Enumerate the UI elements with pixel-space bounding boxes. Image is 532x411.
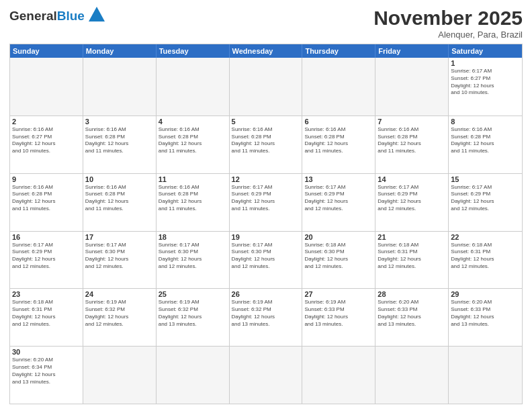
header-day-monday: Monday: [83, 44, 157, 58]
calendar-row-0: 1Sunrise: 6:17 AMSunset: 6:27 PMDaylight…: [10, 58, 522, 116]
logo-content: GeneralBlue: [9, 7, 107, 26]
calendar-cell: [449, 347, 522, 404]
header-day-tuesday: Tuesday: [157, 44, 230, 58]
title-section: November 2025 Alenquer, Para, Brazil: [373, 7, 523, 40]
day-info: Sunrise: 6:18 AMSunset: 6:31 PMDaylight:…: [12, 299, 81, 328]
calendar-cell: 26Sunrise: 6:19 AMSunset: 6:32 PMDayligh…: [230, 289, 303, 346]
day-info: Sunrise: 6:17 AMSunset: 6:27 PMDaylight:…: [451, 68, 520, 97]
calendar-cell: 29Sunrise: 6:20 AMSunset: 6:33 PMDayligh…: [449, 289, 522, 346]
logo: GeneralBlue: [9, 7, 107, 26]
calendar-cell: 17Sunrise: 6:17 AMSunset: 6:30 PMDayligh…: [83, 232, 157, 289]
day-number: 24: [85, 290, 154, 298]
calendar-cell: 28Sunrise: 6:20 AMSunset: 6:33 PMDayligh…: [375, 289, 449, 346]
calendar-cell: 19Sunrise: 6:17 AMSunset: 6:30 PMDayligh…: [230, 232, 303, 289]
calendar-header: SundayMondayTuesdayWednesdayThursdayFrid…: [10, 44, 522, 58]
calendar-cell: 18Sunrise: 6:17 AMSunset: 6:30 PMDayligh…: [157, 232, 230, 289]
calendar-row-1: 2Sunrise: 6:16 AMSunset: 6:27 PMDaylight…: [10, 116, 522, 173]
calendar-cell: 27Sunrise: 6:19 AMSunset: 6:33 PMDayligh…: [302, 289, 375, 346]
day-info: Sunrise: 6:19 AMSunset: 6:32 PMDaylight:…: [232, 299, 300, 328]
calendar-cell: 1Sunrise: 6:17 AMSunset: 6:27 PMDaylight…: [449, 58, 522, 116]
calendar-cell: 10Sunrise: 6:16 AMSunset: 6:28 PMDayligh…: [83, 174, 157, 231]
day-info: Sunrise: 6:17 AMSunset: 6:30 PMDaylight:…: [159, 242, 227, 271]
calendar-cell: 20Sunrise: 6:18 AMSunset: 6:30 PMDayligh…: [302, 232, 375, 289]
day-info: Sunrise: 6:20 AMSunset: 6:33 PMDaylight:…: [451, 299, 520, 328]
header-day-saturday: Saturday: [449, 44, 522, 58]
calendar-cell: 2Sunrise: 6:16 AMSunset: 6:27 PMDaylight…: [10, 116, 83, 173]
calendar-cell: 30Sunrise: 6:20 AMSunset: 6:34 PMDayligh…: [10, 347, 83, 404]
calendar-cell: 14Sunrise: 6:17 AMSunset: 6:29 PMDayligh…: [375, 174, 449, 231]
day-number: 16: [12, 233, 81, 241]
day-number: 15: [451, 175, 520, 183]
day-number: 14: [378, 175, 446, 183]
calendar-cell: 16Sunrise: 6:17 AMSunset: 6:29 PMDayligh…: [10, 232, 83, 289]
calendar-cell: 13Sunrise: 6:17 AMSunset: 6:29 PMDayligh…: [302, 174, 375, 231]
day-info: Sunrise: 6:20 AMSunset: 6:34 PMDaylight:…: [12, 357, 81, 385]
day-info: Sunrise: 6:17 AMSunset: 6:30 PMDaylight:…: [232, 242, 300, 271]
day-number: 11: [159, 175, 227, 183]
day-number: 27: [304, 290, 373, 298]
day-info: Sunrise: 6:20 AMSunset: 6:33 PMDaylight:…: [378, 299, 446, 328]
calendar-cell: [157, 58, 230, 116]
calendar-cell: 12Sunrise: 6:17 AMSunset: 6:29 PMDayligh…: [230, 174, 303, 231]
calendar-cell: 21Sunrise: 6:18 AMSunset: 6:31 PMDayligh…: [375, 232, 449, 289]
svg-marker-0: [89, 7, 105, 21]
calendar-cell: 24Sunrise: 6:19 AMSunset: 6:32 PMDayligh…: [83, 289, 157, 346]
day-number: 30: [12, 348, 81, 356]
calendar-cell: 8Sunrise: 6:16 AMSunset: 6:28 PMDaylight…: [449, 116, 522, 173]
day-number: 5: [232, 118, 300, 126]
calendar-cell: [83, 347, 157, 404]
day-info: Sunrise: 6:16 AMSunset: 6:28 PMDaylight:…: [232, 126, 300, 155]
day-info: Sunrise: 6:16 AMSunset: 6:28 PMDaylight:…: [378, 126, 446, 155]
calendar-row-3: 16Sunrise: 6:17 AMSunset: 6:29 PMDayligh…: [10, 231, 522, 289]
day-number: 4: [159, 118, 227, 126]
day-info: Sunrise: 6:18 AMSunset: 6:31 PMDaylight:…: [378, 242, 446, 271]
page: GeneralBlue November 2025 Alenquer, Para…: [0, 0, 532, 411]
day-info: Sunrise: 6:18 AMSunset: 6:30 PMDaylight:…: [304, 242, 373, 271]
calendar-cell: [375, 347, 449, 404]
day-info: Sunrise: 6:16 AMSunset: 6:28 PMDaylight:…: [12, 184, 81, 213]
logo-general-text: General: [9, 9, 57, 23]
day-info: Sunrise: 6:17 AMSunset: 6:29 PMDaylight:…: [304, 184, 373, 213]
day-number: 18: [159, 233, 227, 241]
day-info: Sunrise: 6:18 AMSunset: 6:31 PMDaylight:…: [451, 242, 520, 271]
calendar-cell: 5Sunrise: 6:16 AMSunset: 6:28 PMDaylight…: [230, 116, 303, 173]
day-number: 20: [304, 233, 373, 241]
day-number: 3: [85, 118, 154, 126]
header-day-thursday: Thursday: [302, 44, 375, 58]
header-day-sunday: Sunday: [10, 44, 83, 58]
calendar-cell: 22Sunrise: 6:18 AMSunset: 6:31 PMDayligh…: [449, 232, 522, 289]
day-number: 13: [304, 175, 373, 183]
calendar-cell: [230, 58, 303, 116]
day-number: 19: [232, 233, 300, 241]
day-number: 12: [232, 175, 300, 183]
subtitle: Alenquer, Para, Brazil: [373, 30, 523, 40]
day-number: 28: [378, 290, 446, 298]
calendar-row-2: 9Sunrise: 6:16 AMSunset: 6:28 PMDaylight…: [10, 173, 522, 231]
calendar-cell: 6Sunrise: 6:16 AMSunset: 6:28 PMDaylight…: [302, 116, 375, 173]
day-info: Sunrise: 6:19 AMSunset: 6:32 PMDaylight:…: [159, 299, 227, 328]
day-info: Sunrise: 6:19 AMSunset: 6:32 PMDaylight:…: [85, 299, 154, 328]
day-number: 1: [451, 59, 520, 67]
day-info: Sunrise: 6:16 AMSunset: 6:28 PMDaylight:…: [85, 184, 154, 213]
day-info: Sunrise: 6:16 AMSunset: 6:28 PMDaylight:…: [451, 126, 520, 155]
calendar-cell: [157, 347, 230, 404]
calendar-row-4: 23Sunrise: 6:18 AMSunset: 6:31 PMDayligh…: [10, 288, 522, 346]
day-info: Sunrise: 6:16 AMSunset: 6:28 PMDaylight:…: [159, 184, 227, 213]
month-title: November 2025: [373, 7, 523, 30]
calendar-cell: [230, 347, 303, 404]
day-number: 17: [85, 233, 154, 241]
day-info: Sunrise: 6:17 AMSunset: 6:29 PMDaylight:…: [451, 184, 520, 213]
calendar-row-5: 30Sunrise: 6:20 AMSunset: 6:34 PMDayligh…: [10, 346, 522, 404]
calendar-cell: 9Sunrise: 6:16 AMSunset: 6:28 PMDaylight…: [10, 174, 83, 231]
calendar-cell: 11Sunrise: 6:16 AMSunset: 6:28 PMDayligh…: [157, 174, 230, 231]
day-number: 21: [378, 233, 446, 241]
day-info: Sunrise: 6:16 AMSunset: 6:28 PMDaylight:…: [304, 126, 373, 155]
day-number: 6: [304, 118, 373, 126]
calendar-cell: [83, 58, 157, 116]
day-info: Sunrise: 6:17 AMSunset: 6:29 PMDaylight:…: [12, 242, 81, 271]
header-day-wednesday: Wednesday: [230, 44, 303, 58]
logo-row: GeneralBlue: [9, 7, 107, 26]
day-info: Sunrise: 6:17 AMSunset: 6:30 PMDaylight:…: [85, 242, 154, 271]
day-number: 22: [451, 233, 520, 241]
day-number: 2: [12, 118, 81, 126]
